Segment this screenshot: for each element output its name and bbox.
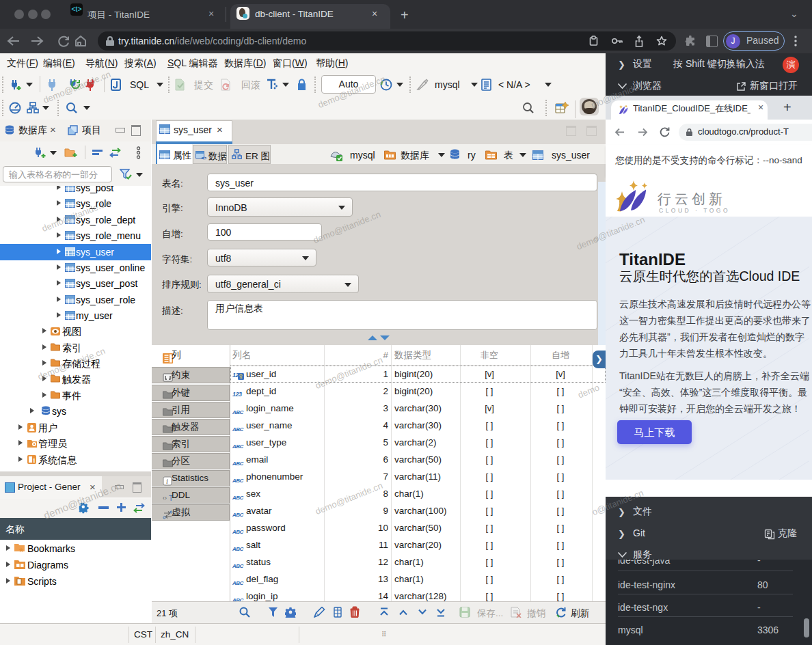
- svg-text:<>: <>: [201, 155, 206, 160]
- svg-text:‹›: ‹›: [163, 495, 167, 502]
- svg-text:i: i: [166, 478, 168, 485]
- svg-text:i: i: [33, 456, 36, 464]
